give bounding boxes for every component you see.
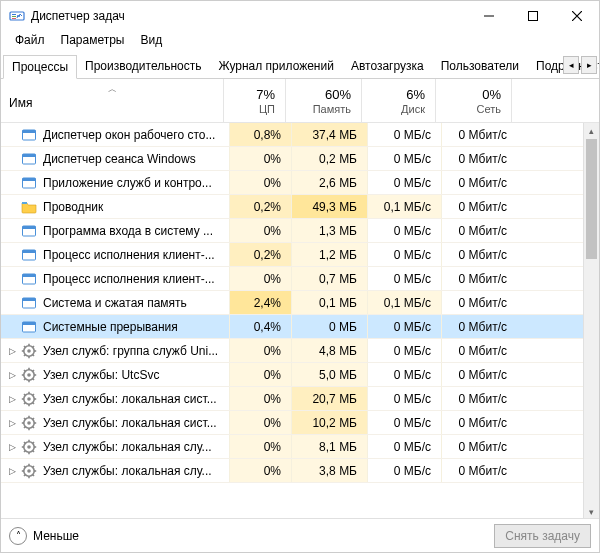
svg-line-70 bbox=[33, 442, 35, 444]
process-row[interactable]: ▷Узел службы: локальная слу...0%8,1 МБ0 … bbox=[1, 435, 583, 459]
process-row[interactable]: Приложение служб и контро...0%2,6 МБ0 МБ… bbox=[1, 171, 583, 195]
network-cell: 0 Мбит/с bbox=[441, 243, 517, 266]
svg-line-80 bbox=[33, 466, 35, 468]
cpu-cell: 0,8% bbox=[229, 123, 291, 146]
scroll-track[interactable] bbox=[584, 139, 599, 504]
end-task-button[interactable]: Снять задачу bbox=[494, 524, 591, 548]
process-name: Программа входа в систему ... bbox=[43, 224, 229, 238]
memory-header-label: Память bbox=[313, 103, 351, 115]
cpu-header-label: ЦП bbox=[259, 103, 275, 115]
process-name: Узел службы: локальная слу... bbox=[43, 440, 229, 454]
column-header-cpu[interactable]: 7% ЦП bbox=[223, 79, 285, 122]
chevron-up-icon: ˄ bbox=[9, 527, 27, 545]
disk-cell: 0 МБ/с bbox=[367, 387, 441, 410]
scroll-up-icon[interactable]: ▴ bbox=[584, 123, 599, 139]
column-header-disk[interactable]: 6% Диск bbox=[361, 79, 435, 122]
expand-toggle-icon[interactable]: ▷ bbox=[5, 418, 19, 428]
process-row[interactable]: ▷Узел службы: локальная сист...0%10,2 МБ… bbox=[1, 411, 583, 435]
process-row[interactable]: Проводник0,2%49,3 МБ0,1 МБ/с0 Мбит/с bbox=[1, 195, 583, 219]
memory-cell: 0,1 МБ bbox=[291, 291, 367, 314]
network-cell: 0 Мбит/с bbox=[441, 387, 517, 410]
memory-cell: 37,4 МБ bbox=[291, 123, 367, 146]
process-name: Узел служб: группа служб Uni... bbox=[43, 344, 229, 358]
tab-performance[interactable]: Производительность bbox=[76, 54, 210, 78]
process-row[interactable]: ▷Узел службы: локальная слу...0%3,8 МБ0 … bbox=[1, 459, 583, 483]
process-row[interactable]: Процесс исполнения клиент-...0%0,7 МБ0 М… bbox=[1, 267, 583, 291]
svg-line-38 bbox=[24, 370, 26, 372]
svg-point-63 bbox=[27, 445, 31, 449]
tab-users[interactable]: Пользователи bbox=[432, 54, 528, 78]
svg-line-49 bbox=[33, 402, 35, 404]
cpu-cell: 0% bbox=[229, 459, 291, 482]
close-button[interactable] bbox=[555, 2, 599, 30]
menu-file[interactable]: Файл bbox=[7, 31, 53, 53]
process-row[interactable]: Диспетчер окон рабочего сто...0,8%37,4 М… bbox=[1, 123, 583, 147]
svg-line-31 bbox=[24, 354, 26, 356]
svg-line-71 bbox=[24, 450, 26, 452]
memory-cell: 10,2 МБ bbox=[291, 411, 367, 434]
process-row[interactable]: ▷Узел службы: локальная сист...0%20,7 МБ… bbox=[1, 387, 583, 411]
network-header-label: Сеть bbox=[477, 103, 501, 115]
svg-line-79 bbox=[33, 474, 35, 476]
process-row[interactable]: Системные прерывания0,4%0 МБ0 МБ/с0 Мбит… bbox=[1, 315, 583, 339]
fewer-details-button[interactable]: ˄ Меньше bbox=[9, 527, 79, 545]
process-row[interactable]: ▷Узел службы: UtcSvc0%5,0 МБ0 МБ/с0 Мбит… bbox=[1, 363, 583, 387]
svg-line-28 bbox=[24, 346, 26, 348]
minimize-button[interactable] bbox=[467, 2, 511, 30]
memory-cell: 1,2 МБ bbox=[291, 243, 367, 266]
expand-toggle-icon[interactable]: ▷ bbox=[5, 442, 19, 452]
disk-cell: 0,1 МБ/с bbox=[367, 195, 441, 218]
cpu-cell: 0% bbox=[229, 267, 291, 290]
memory-cell: 8,1 МБ bbox=[291, 435, 367, 458]
gear-icon bbox=[21, 343, 37, 359]
gear-icon bbox=[21, 391, 37, 407]
process-row[interactable]: Программа входа в систему ...0%1,3 МБ0 М… bbox=[1, 219, 583, 243]
svg-line-69 bbox=[33, 450, 35, 452]
tab-processes[interactable]: Процессы bbox=[3, 55, 77, 79]
network-cell: 0 Мбит/с bbox=[441, 195, 517, 218]
gear-icon bbox=[21, 463, 37, 479]
svg-line-30 bbox=[33, 346, 35, 348]
maximize-button[interactable] bbox=[511, 2, 555, 30]
process-row[interactable]: ▷Узел служб: группа служб Uni...0%4,8 МБ… bbox=[1, 339, 583, 363]
gear-icon bbox=[21, 367, 37, 383]
tab-scroll-left[interactable]: ◂ bbox=[563, 56, 579, 74]
svg-rect-21 bbox=[23, 322, 36, 325]
menu-view[interactable]: Вид bbox=[132, 31, 170, 53]
window-icon bbox=[21, 151, 37, 167]
memory-total-pct: 60% bbox=[325, 87, 351, 102]
disk-total-pct: 6% bbox=[406, 87, 425, 102]
tab-startup[interactable]: Автозагрузка bbox=[342, 54, 433, 78]
expand-toggle-icon[interactable]: ▷ bbox=[5, 466, 19, 476]
svg-point-33 bbox=[27, 373, 31, 377]
svg-rect-6 bbox=[23, 130, 36, 133]
column-header-network[interactable]: 0% Сеть bbox=[435, 79, 511, 122]
tab-apphistory[interactable]: Журнал приложений bbox=[210, 54, 343, 78]
disk-cell: 0 МБ/с bbox=[367, 219, 441, 242]
process-name: Узел службы: UtcSvc bbox=[43, 368, 229, 382]
disk-cell: 0 МБ/с bbox=[367, 315, 441, 338]
svg-line-29 bbox=[33, 354, 35, 356]
window-title: Диспетчер задач bbox=[31, 9, 467, 23]
column-header-name[interactable]: ︿ Имя bbox=[1, 79, 223, 122]
sort-indicator-icon: ︿ bbox=[1, 85, 223, 94]
process-row[interactable]: Система и сжатая память2,4%0,1 МБ0,1 МБ/… bbox=[1, 291, 583, 315]
network-cell: 0 Мбит/с bbox=[441, 363, 517, 386]
vertical-scrollbar[interactable]: ▴ ▾ bbox=[583, 123, 599, 520]
column-header-memory[interactable]: 60% Память bbox=[285, 79, 361, 122]
gear-icon bbox=[21, 439, 37, 455]
menu-options[interactable]: Параметры bbox=[53, 31, 133, 53]
expand-toggle-icon[interactable]: ▷ bbox=[5, 346, 19, 356]
process-row[interactable]: Процесс исполнения клиент-...0,2%1,2 МБ0… bbox=[1, 243, 583, 267]
svg-rect-2 bbox=[12, 16, 16, 17]
tab-scroll-right[interactable]: ▸ bbox=[581, 56, 597, 74]
network-cell: 0 Мбит/с bbox=[441, 339, 517, 362]
memory-cell: 2,6 МБ bbox=[291, 171, 367, 194]
cpu-cell: 0% bbox=[229, 363, 291, 386]
expand-toggle-icon[interactable]: ▷ bbox=[5, 370, 19, 380]
scroll-thumb[interactable] bbox=[586, 139, 597, 259]
window-icon bbox=[21, 319, 37, 335]
expand-toggle-icon[interactable]: ▷ bbox=[5, 394, 19, 404]
process-row[interactable]: Диспетчер сеанса Windows0%0,2 МБ0 МБ/с0 … bbox=[1, 147, 583, 171]
process-name: Система и сжатая память bbox=[43, 296, 229, 310]
